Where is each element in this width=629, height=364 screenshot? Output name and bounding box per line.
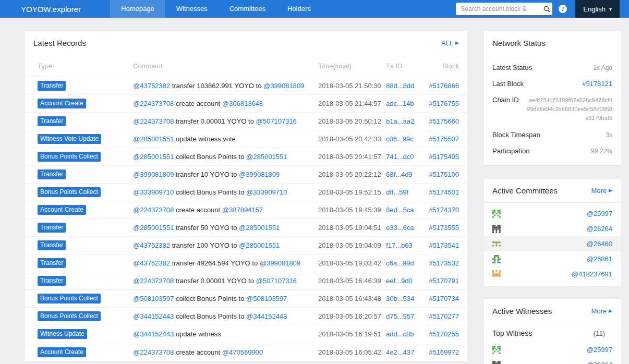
nav-item-homepage[interactable]: Homepage — [110, 0, 165, 18]
brand-logo[interactable]: YOYOW.explorer — [21, 5, 81, 14]
nav-item-holders[interactable]: Holders — [276, 0, 322, 18]
type-badge: Transfer — [38, 223, 66, 233]
identicon — [492, 225, 501, 233]
account-link[interactable]: @25997 — [587, 346, 612, 354]
account-link[interactable]: @26264 — [587, 225, 612, 233]
account-link[interactable]: @224373708 — [133, 348, 174, 356]
account-link[interactable]: @399081809 — [133, 171, 174, 178]
txid-link[interactable]: f17...b63 — [386, 241, 422, 249]
txid-link[interactable]: 741...dc0 — [386, 153, 422, 161]
search-icon[interactable] — [543, 6, 554, 13]
account-link[interactable]: @508103597 — [246, 295, 287, 302]
account-link[interactable]: @344152443 — [133, 330, 174, 338]
account-link[interactable]: @285001551 — [239, 224, 280, 232]
block-link[interactable]: #5176755 — [429, 100, 459, 107]
block-link[interactable]: #5175100 — [429, 171, 459, 178]
record-time: 2018-03-05 16:05:42 — [318, 348, 386, 356]
block-link[interactable]: #5170734 — [429, 295, 459, 302]
record-time: 2018-03-05 19:45:39 — [318, 206, 386, 214]
comment-text: transfer 0.00001 YOYO to — [174, 277, 256, 285]
account-link[interactable]: @285001551 — [246, 153, 287, 161]
records-table-header-row: TypeCommentTime(local)Tx IDBlock — [25, 55, 467, 77]
account-link[interactable]: @224373708 — [133, 100, 174, 107]
txid-link[interactable]: c06...99c — [386, 135, 422, 143]
block-link[interactable]: #5170255 — [429, 330, 459, 338]
account-link[interactable]: @26861 — [587, 255, 612, 263]
txid-link[interactable]: 4e2...437 — [386, 348, 422, 356]
account-link[interactable]: @43752382 — [133, 241, 170, 249]
account-link[interactable]: @306813648 — [222, 100, 263, 107]
txid-link[interactable]: 68f...4d9 — [386, 171, 422, 178]
account-link[interactable]: @285001551 — [239, 241, 280, 249]
block-link[interactable]: #5173555 — [429, 224, 459, 232]
nav-item-witnesses[interactable]: Witnesses — [165, 0, 219, 18]
account-link[interactable]: @418237691 — [572, 270, 612, 278]
account-link[interactable]: @387894157 — [222, 206, 263, 214]
account-link[interactable]: @26460 — [587, 240, 612, 248]
account-link[interactable]: @285001551 — [133, 153, 174, 161]
account-link[interactable]: @507107316 — [256, 277, 297, 285]
txid-link[interactable]: add...c8b — [386, 330, 422, 338]
block-link[interactable]: #5174370 — [429, 206, 459, 214]
account-link[interactable]: @333909710 — [246, 188, 287, 196]
block-link[interactable]: #5169972 — [429, 348, 459, 356]
comment-text: transfer 49264.594 YOYO to — [170, 259, 260, 267]
txid-link[interactable]: 30b...534 — [386, 295, 422, 302]
block-link[interactable]: #5175660 — [429, 117, 459, 125]
block-link[interactable]: #5175507 — [429, 135, 459, 143]
top-navbar: YOYOW.explorer HomepageWitnessesCommitte… — [0, 0, 629, 18]
type-cell: Account Create — [38, 99, 133, 108]
search-input[interactable] — [456, 3, 543, 15]
account-link[interactable]: @470569900 — [222, 348, 263, 356]
status-value-link[interactable]: #5178121 — [582, 80, 612, 88]
txid-link[interactable]: dff...59f — [386, 188, 422, 196]
txid-link[interactable]: eef...9d0 — [386, 277, 422, 285]
account-link[interactable]: @26264 — [587, 361, 612, 364]
txid-link[interactable]: adc...14b — [386, 100, 422, 107]
account-link[interactable]: @399081809 — [260, 259, 300, 267]
txid-link[interactable]: e33...6ca — [386, 224, 422, 232]
txid-link[interactable]: 8ed...5ca — [386, 206, 422, 214]
type-cell: Bonus Points Collect — [38, 294, 133, 304]
committees-more-link[interactable]: More▶ — [591, 187, 612, 195]
account-link[interactable]: @224373708 — [133, 117, 174, 125]
type-badge: Witness Vote Update — [38, 134, 101, 144]
account-link[interactable]: @508103597 — [133, 295, 174, 302]
block-link[interactable]: #5170791 — [429, 277, 459, 285]
account-link[interactable]: @344152443 — [133, 312, 174, 320]
txid-link[interactable]: d75...957 — [386, 312, 422, 320]
record-comment: @43752382 transfer 49264.594 YOYO to @39… — [133, 259, 318, 267]
block-link[interactable]: #5174501 — [429, 188, 459, 196]
account-link[interactable]: @224373708 — [133, 206, 174, 214]
block-link[interactable]: #5176866 — [429, 82, 459, 90]
committee-row: @418237691 — [484, 266, 621, 282]
account-link[interactable]: @344152443 — [246, 312, 287, 320]
txid-link[interactable]: 88d...8dd — [386, 82, 422, 90]
witnesses-more-link[interactable]: More▶ — [591, 307, 612, 315]
account-link[interactable]: @224373708 — [133, 277, 174, 285]
block-link[interactable]: #5170277 — [429, 312, 459, 320]
block-link[interactable]: #5173541 — [429, 241, 459, 249]
account-link[interactable]: @399081809 — [239, 171, 280, 178]
committee-row: @25997 — [484, 206, 621, 221]
committee-row: @26861 — [484, 251, 621, 266]
account-link[interactable]: @43752382 — [133, 82, 170, 90]
account-link[interactable]: @43752382 — [133, 259, 170, 267]
account-link[interactable]: @25997 — [587, 210, 612, 217]
info-icon[interactable]: i — [559, 5, 567, 13]
block-link[interactable]: #5175495 — [429, 153, 459, 161]
nav-item-committees[interactable]: Committees — [219, 0, 276, 18]
txid-link[interactable]: c6a...99d — [386, 259, 422, 267]
block-link[interactable]: #5173532 — [429, 259, 459, 267]
account-link[interactable]: @285001551 — [133, 224, 174, 232]
account-link[interactable]: @399081809 — [263, 82, 304, 90]
status-label: Last Block — [492, 80, 524, 88]
txid-link[interactable]: b1a...aa2 — [386, 117, 422, 125]
all-link[interactable]: ALL▶ — [441, 39, 459, 47]
language-dropdown[interactable]: English ▾ — [575, 0, 620, 18]
comment-text: collect Bonus Points to — [174, 153, 246, 161]
account-link[interactable]: @507107316 — [256, 117, 297, 125]
account-link[interactable]: @285001551 — [133, 135, 174, 143]
record-time: 2018-03-05 19:04:51 — [318, 224, 386, 232]
account-link[interactable]: @333909710 — [133, 188, 174, 196]
